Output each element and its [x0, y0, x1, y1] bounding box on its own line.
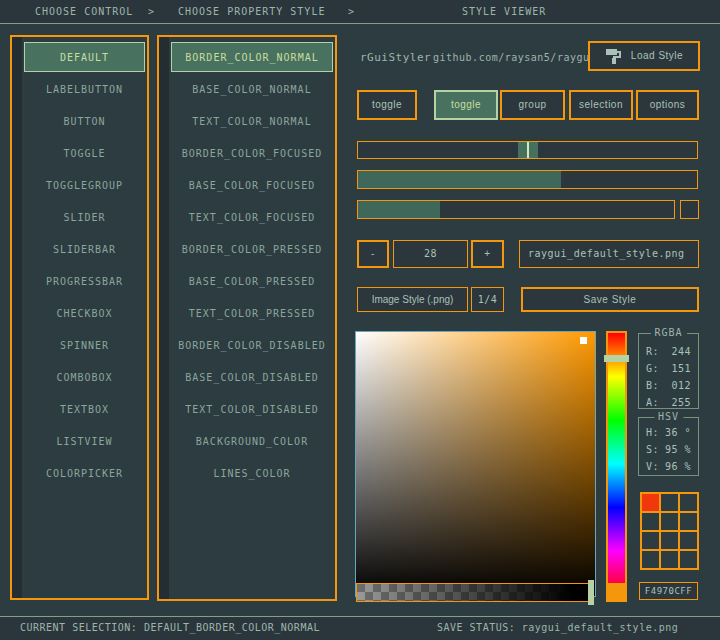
controls-listview: DEFAULTLABELBUTTONBUTTONTOGGLETOGGLEGROU… — [10, 35, 149, 600]
toggle-group-item-toggle[interactable]: toggle — [434, 90, 498, 120]
property-item-text_color_disabled[interactable]: TEXT_COLOR_DISABLED — [171, 394, 333, 424]
control-item-toggle[interactable]: TOGGLE — [24, 138, 145, 168]
grid-cell-7[interactable] — [661, 532, 678, 549]
toggle-group-item-options[interactable]: options — [636, 90, 699, 120]
color-picker-sv-panel[interactable] — [355, 331, 596, 597]
property-item-border_color_pressed[interactable]: BORDER_COLOR_PRESSED — [171, 234, 333, 264]
alpha-bar[interactable] — [356, 583, 592, 602]
hue-bar[interactable] — [606, 331, 627, 597]
property-item-base_color_normal[interactable]: BASE_COLOR_NORMAL — [171, 74, 333, 104]
style-viewer-label: STYLE VIEWER — [462, 0, 546, 23]
load-style-label: Load Style — [631, 50, 683, 61]
value-row-b: B:012 — [639, 377, 698, 394]
load-style-button[interactable]: Load Style — [588, 41, 700, 71]
control-item-default[interactable]: DEFAULT — [24, 42, 145, 72]
grid-cell-0[interactable] — [642, 494, 659, 511]
alpha-bar-handle[interactable] — [588, 580, 594, 605]
property-item-text_color_focused[interactable]: TEXT_COLOR_FOCUSED — [171, 202, 333, 232]
grid-cell-9[interactable] — [642, 551, 659, 568]
choose-property-style-label: CHOOSE PROPERTY STYLE — [178, 0, 325, 23]
control-item-checkbox[interactable]: CHECKBOX — [24, 298, 145, 328]
value-row-v: V:96 % — [639, 458, 698, 475]
toggle-group-item-group[interactable]: group — [500, 90, 565, 120]
grid-cell-8[interactable] — [680, 532, 697, 549]
slider-bar-fill — [358, 171, 561, 188]
control-item-listview[interactable]: LISTVIEW — [24, 426, 145, 456]
chevron-separator-icon: > — [348, 0, 355, 23]
progress-bar[interactable] — [357, 200, 675, 219]
property-item-lines_color[interactable]: LINES_COLOR — [171, 458, 333, 488]
grid-cell-3[interactable] — [642, 513, 659, 530]
control-item-progressbar[interactable]: PROGRESSBAR — [24, 266, 145, 296]
repo-link[interactable]: github.com/raysan5/raygui — [433, 52, 596, 63]
slider-handle[interactable] — [518, 142, 538, 158]
hsv-rows: H:36 °S:95 %V:96 % — [639, 424, 698, 475]
rguistyler-window: CHOOSE CONTROL > CHOOSE PROPERTY STYLE >… — [0, 0, 720, 640]
spinner-plus-button[interactable]: + — [471, 240, 504, 268]
section-header-bar: CHOOSE CONTROL > CHOOSE PROPERTY STYLE >… — [0, 0, 720, 24]
chevron-separator-icon: > — [148, 0, 155, 23]
property-item-base_color_disabled[interactable]: BASE_COLOR_DISABLED — [171, 362, 333, 392]
ratio-value-box[interactable]: 1/4 — [471, 287, 504, 312]
color-picker-cursor — [580, 337, 587, 344]
controls-list-scrollbar[interactable] — [12, 37, 22, 598]
grid-cell-5[interactable] — [680, 513, 697, 530]
grid-cell-10[interactable] — [661, 551, 678, 568]
filename-textbox[interactable]: raygui_default_style.png — [519, 240, 699, 268]
current-selection-status: CURRENT SELECTION: DEFAULT_BORDER_COLOR_… — [20, 617, 320, 639]
save-status: SAVE STATUS: raygui_default_style.png — [437, 617, 678, 639]
control-item-togglegroup[interactable]: TOGGLEGROUP — [24, 170, 145, 200]
slider-bar[interactable] — [357, 170, 698, 189]
properties-list-scrollbar[interactable] — [159, 37, 169, 599]
value-row-r: R:244 — [639, 343, 698, 360]
toggle-group-item-selection[interactable]: selection — [569, 90, 633, 120]
value-row-g: G:151 — [639, 360, 698, 377]
property-item-border_color_focused[interactable]: BORDER_COLOR_FOCUSED — [171, 138, 333, 168]
app-name-label: rGuiStyler — [360, 51, 431, 64]
spinner-minus-button[interactable]: - — [357, 240, 389, 268]
value-row-s: S:95 % — [639, 441, 698, 458]
property-item-base_color_pressed[interactable]: BASE_COLOR_PRESSED — [171, 266, 333, 296]
property-item-border_color_disabled[interactable]: BORDER_COLOR_DISABLED — [171, 330, 333, 360]
hsv-groupbox: HSV H:36 °S:95 %V:96 % — [638, 417, 699, 476]
grid-cell-11[interactable] — [680, 551, 697, 568]
rgba-title: RGBA — [650, 327, 686, 338]
rgba-rows: R:244G:151B:012A:255 — [639, 343, 698, 411]
control-item-slider[interactable]: SLIDER — [24, 202, 145, 232]
status-bar: CURRENT SELECTION: DEFAULT_BORDER_COLOR_… — [0, 616, 720, 640]
controls-list-items: DEFAULTLABELBUTTONBUTTONTOGGLETOGGLEGROU… — [22, 37, 147, 598]
hex-value-box[interactable]: F4970CFF — [639, 582, 698, 600]
rgba-groupbox: RGBA R:244G:151B:012A:255 — [638, 333, 699, 409]
property-item-border_color_normal[interactable]: BORDER_COLOR_NORMAL — [171, 42, 333, 72]
properties-list-items: BORDER_COLOR_NORMALBASE_COLOR_NORMALTEXT… — [169, 37, 335, 599]
properties-listview: BORDER_COLOR_NORMALBASE_COLOR_NORMALTEXT… — [157, 35, 337, 601]
control-item-button[interactable]: BUTTON — [24, 106, 145, 136]
grid-cell-1[interactable] — [661, 494, 678, 511]
checkbox[interactable] — [680, 200, 699, 219]
current-color-swatch — [606, 583, 627, 602]
image-style-button[interactable]: Image Style (.png) — [357, 287, 468, 312]
grid-cell-2[interactable] — [680, 494, 697, 511]
grid-cell-4[interactable] — [661, 513, 678, 530]
property-item-text_color_normal[interactable]: TEXT_COLOR_NORMAL — [171, 106, 333, 136]
toggle-button[interactable]: toggle — [357, 90, 417, 120]
spinner-value-box[interactable]: 28 — [393, 240, 468, 268]
property-item-text_color_pressed[interactable]: TEXT_COLOR_PRESSED — [171, 298, 333, 328]
property-item-background_color[interactable]: BACKGROUND_COLOR — [171, 426, 333, 456]
control-item-combobox[interactable]: COMBOBOX — [24, 362, 145, 392]
property-item-base_color_focused[interactable]: BASE_COLOR_FOCUSED — [171, 170, 333, 200]
control-item-colorpicker[interactable]: COLORPICKER — [24, 458, 145, 488]
control-item-spinner[interactable]: SPINNER — [24, 330, 145, 360]
choose-control-label: CHOOSE CONTROL — [35, 0, 133, 23]
slider[interactable] — [357, 141, 698, 159]
value-row-a: A:255 — [639, 394, 698, 411]
progress-bar-fill — [358, 201, 440, 218]
hsv-title: HSV — [654, 411, 683, 422]
control-item-textbox[interactable]: TEXTBOX — [24, 394, 145, 424]
grid-cell-6[interactable] — [642, 532, 659, 549]
value-row-h: H:36 ° — [639, 424, 698, 441]
control-item-labelbutton[interactable]: LABELBUTTON — [24, 74, 145, 104]
save-style-button[interactable]: Save Style — [521, 287, 699, 312]
hue-bar-handle[interactable] — [604, 355, 629, 362]
control-item-sliderbar[interactable]: SLIDERBAR — [24, 234, 145, 264]
